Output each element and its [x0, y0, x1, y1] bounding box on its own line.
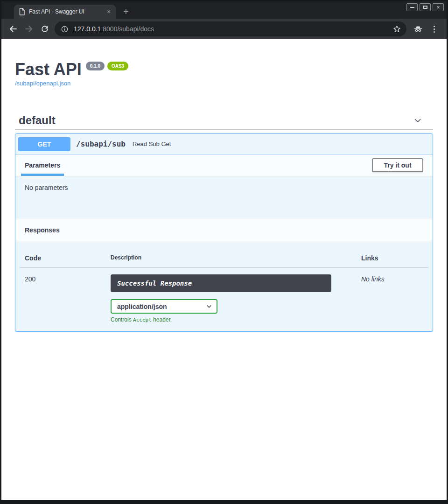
- no-parameters-text: No parameters: [25, 184, 68, 191]
- response-links: No links: [357, 274, 428, 323]
- chevron-down-icon[interactable]: [413, 115, 423, 126]
- browser-menu-icon[interactable]: [426, 21, 442, 37]
- opblock-summary[interactable]: GET /subapi/sub Read Sub Get: [15, 134, 433, 154]
- url-text: 127.0.0.1:8000/subapi/docs: [74, 25, 385, 33]
- responses-header: Responses: [15, 218, 433, 242]
- responses-table: Code Description Links 200 Successful Re…: [20, 242, 428, 331]
- forward-button[interactable]: [21, 21, 37, 37]
- tag-name: default: [19, 114, 56, 127]
- http-method-badge: GET: [18, 137, 70, 151]
- tab-parameters[interactable]: Parameters: [21, 154, 64, 176]
- close-button[interactable]: ×: [433, 3, 444, 11]
- tab-close-icon[interactable]: ×: [105, 7, 113, 16]
- reload-button[interactable]: [37, 21, 53, 37]
- openapi-spec-link[interactable]: /subapi/openapi.json: [15, 80, 70, 87]
- responses-title: Responses: [25, 226, 60, 234]
- page-favicon-icon: [19, 8, 25, 15]
- endpoint-path: /subapi/sub: [76, 140, 126, 148]
- hint-suffix: header.: [152, 316, 172, 323]
- browser-toolbar: 127.0.0.1:8000/subapi/docs: [1, 19, 447, 39]
- response-row-200: 200 Successful Response application/json: [20, 268, 428, 323]
- window-controls: ×: [406, 3, 444, 11]
- bookmark-star-icon[interactable]: [391, 23, 403, 35]
- opblock-get: GET /subapi/sub Read Sub Get Parameters …: [15, 133, 433, 332]
- tag-section-header[interactable]: default: [15, 114, 433, 130]
- column-header-code: Code: [20, 254, 106, 262]
- accept-header-hint: Controls Accept header.: [111, 316, 352, 323]
- response-description: Successful Response: [111, 274, 331, 292]
- browser-window: Fast API - Swagger UI × + ×: [0, 0, 448, 504]
- media-type-select[interactable]: application/json: [111, 299, 217, 314]
- oas-badge: OAS3: [107, 62, 128, 70]
- parameters-tab-label: Parameters: [25, 161, 60, 169]
- url-host: 127.0.0.1: [74, 25, 101, 33]
- browser-tab[interactable]: Fast API - Swagger UI ×: [14, 5, 116, 19]
- site-info-icon[interactable]: [61, 25, 69, 33]
- parameters-body: No parameters: [15, 176, 433, 218]
- response-description-cell: Successful Response application/json Con…: [106, 274, 357, 323]
- maximize-button[interactable]: [420, 3, 431, 11]
- swagger-page: Fast API 0.1.0 OAS3 /subapi/openapi.json…: [1, 39, 447, 500]
- version-badge: 0.1.0: [86, 62, 105, 70]
- new-tab-button[interactable]: +: [123, 7, 129, 16]
- page-title: Fast API: [15, 60, 82, 79]
- hint-code: Accept: [133, 317, 152, 323]
- column-header-description: Description: [106, 254, 357, 262]
- select-chevron-down-icon: [206, 303, 212, 310]
- url-path: :8000/subapi/docs: [101, 25, 154, 33]
- tab-title: Fast API - Swagger UI: [29, 8, 101, 15]
- media-type-value: application/json: [117, 303, 167, 310]
- minimize-button[interactable]: [406, 3, 418, 11]
- column-header-links: Links: [357, 254, 428, 262]
- address-bar[interactable]: 127.0.0.1:8000/subapi/docs: [55, 21, 406, 36]
- tab-strip: Fast API - Swagger UI × + ×: [1, 1, 447, 19]
- try-it-out-button[interactable]: Try it out: [372, 158, 423, 172]
- response-code: 200: [20, 274, 106, 323]
- incognito-icon: [410, 21, 426, 37]
- endpoint-summary: Read Sub Get: [133, 140, 171, 147]
- back-button[interactable]: [5, 21, 21, 37]
- hint-prefix: Controls: [111, 316, 133, 323]
- api-info: Fast API 0.1.0 OAS3 /subapi/openapi.json: [15, 60, 433, 87]
- responses-table-head: Code Description Links: [20, 242, 428, 268]
- parameters-header: Parameters Try it out: [15, 154, 433, 176]
